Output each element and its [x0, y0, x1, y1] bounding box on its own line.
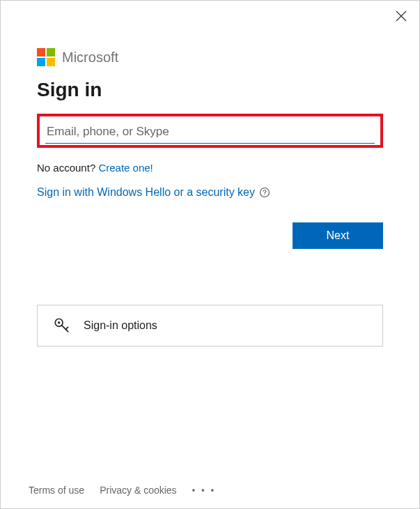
brand-header: Microsoft [37, 48, 383, 66]
footer: Terms of use Privacy & cookies • • • [29, 485, 216, 496]
svg-point-3 [264, 195, 265, 195]
no-account-text: No account? [37, 162, 95, 174]
signin-options-label: Sign-in options [84, 319, 157, 332]
brand-name: Microsoft [62, 50, 118, 66]
security-key-link[interactable]: Sign in with Windows Hello or a security… [37, 186, 255, 199]
svg-point-5 [58, 321, 60, 324]
more-options-icon[interactable]: • • • [192, 485, 216, 495]
help-icon[interactable] [259, 187, 270, 198]
key-icon [53, 317, 71, 335]
input-highlight-box [37, 114, 383, 148]
page-title: Sign in [37, 79, 383, 101]
next-button[interactable]: Next [293, 222, 383, 249]
privacy-link[interactable]: Privacy & cookies [100, 485, 176, 496]
terms-link[interactable]: Terms of use [29, 485, 84, 496]
signin-options-button[interactable]: Sign-in options [37, 305, 383, 347]
identity-input[interactable] [45, 121, 375, 144]
security-key-row: Sign in with Windows Hello or a security… [37, 186, 383, 199]
microsoft-logo-icon [37, 48, 55, 66]
create-account-link[interactable]: Create one! [98, 162, 153, 174]
close-icon[interactable] [396, 10, 407, 22]
no-account-row: No account? Create one! [37, 162, 383, 174]
